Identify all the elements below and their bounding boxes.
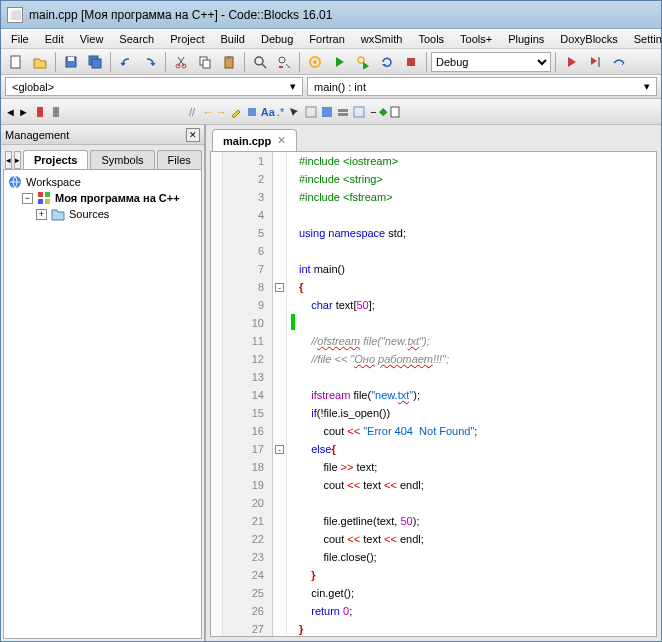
- rebuild-button[interactable]: [376, 51, 398, 73]
- open-button[interactable]: [29, 51, 51, 73]
- regex-button[interactable]: .*: [277, 106, 284, 118]
- doc-button[interactable]: [389, 105, 401, 119]
- chevron-down-icon: ▾: [290, 80, 296, 93]
- menu-doxyblocks[interactable]: DoxyBlocks: [552, 31, 625, 47]
- undo-button[interactable]: [115, 51, 137, 73]
- bookmark-button[interactable]: [33, 105, 47, 119]
- tab-projects[interactable]: Projects: [23, 150, 88, 169]
- menu-edit[interactable]: Edit: [37, 31, 72, 47]
- menu-file[interactable]: File: [3, 31, 37, 47]
- menu-tools[interactable]: Tools: [410, 31, 452, 47]
- menu-project[interactable]: Project: [162, 31, 212, 47]
- svg-rect-31: [45, 192, 50, 197]
- case-toggle-button[interactable]: Aa: [261, 106, 275, 118]
- replace-button[interactable]: [273, 51, 295, 73]
- code-editor[interactable]: 1234567891011121314151617181920212223242…: [210, 151, 657, 637]
- collapse-icon[interactable]: −: [22, 193, 33, 204]
- project-icon: [37, 191, 51, 205]
- minus-button[interactable]: −: [370, 106, 376, 118]
- editor-tab-close[interactable]: ✕: [277, 134, 286, 147]
- menu-plugins[interactable]: Plugins: [500, 31, 552, 47]
- menu-settin[interactable]: Settin: [626, 31, 662, 47]
- pointer-button[interactable]: [288, 106, 300, 118]
- build-run-button[interactable]: [352, 51, 374, 73]
- menu-view[interactable]: View: [72, 31, 112, 47]
- management-panel: Management ✕ ◂ ▸ Projects Symbols Files …: [1, 125, 206, 641]
- svg-rect-32: [38, 199, 43, 204]
- management-close-button[interactable]: ✕: [186, 128, 200, 142]
- toolbar-scope: <global> ▾ main() : int ▾: [1, 75, 661, 99]
- tab-nav-left[interactable]: ◂: [5, 151, 12, 169]
- management-tabs: ◂ ▸ Projects Symbols Files: [1, 145, 204, 169]
- tab-nav-right[interactable]: ▸: [14, 151, 21, 169]
- nav-prev-button[interactable]: ←: [203, 106, 214, 118]
- tree-workspace[interactable]: Workspace: [8, 174, 197, 190]
- sources-label: Sources: [69, 208, 109, 220]
- folder-icon: [51, 207, 65, 221]
- source-text[interactable]: #include <iostream>#include <string>#inc…: [287, 152, 656, 636]
- menu-tools+[interactable]: Tools+: [452, 31, 500, 47]
- scope-function-combo[interactable]: main() : int ▾: [307, 77, 657, 96]
- fold-toggle[interactable]: -: [275, 445, 284, 454]
- tree-sources[interactable]: + Sources: [8, 206, 197, 222]
- scope-global-combo[interactable]: <global> ▾: [5, 77, 303, 96]
- block2-button[interactable]: [320, 105, 334, 119]
- svg-rect-23: [306, 107, 316, 117]
- svg-rect-10: [227, 56, 231, 59]
- run-button[interactable]: [328, 51, 350, 73]
- bookmark-clear-button[interactable]: [49, 105, 63, 119]
- nav-back-button[interactable]: ◄: [5, 106, 16, 118]
- menu-debug[interactable]: Debug: [253, 31, 301, 47]
- block3-button[interactable]: [336, 105, 350, 119]
- svg-rect-24: [322, 107, 332, 117]
- nav-next-button[interactable]: →: [216, 106, 227, 118]
- save-button[interactable]: [60, 51, 82, 73]
- step-over-button[interactable]: [608, 51, 630, 73]
- project-tree[interactable]: Workspace − Моя программа на C++ + Sourc…: [3, 169, 202, 639]
- paste-button[interactable]: [218, 51, 240, 73]
- cut-button[interactable]: [170, 51, 192, 73]
- tab-symbols[interactable]: Symbols: [90, 150, 154, 169]
- menu-build[interactable]: Build: [212, 31, 252, 47]
- editor-tab-label: main.cpp: [223, 135, 271, 147]
- line-number-gutter: 1234567891011121314151617181920212223242…: [223, 152, 273, 636]
- save-all-button[interactable]: [84, 51, 106, 73]
- tree-project[interactable]: − Моя программа на C++: [8, 190, 197, 206]
- svg-rect-19: [37, 107, 43, 117]
- run-cursor-button[interactable]: [584, 51, 606, 73]
- fold-gutter: --: [273, 152, 287, 636]
- menu-fortran[interactable]: Fortran: [301, 31, 352, 47]
- debug-run-button[interactable]: [560, 51, 582, 73]
- highlight-button[interactable]: [229, 105, 243, 119]
- scope-function-label: main() : int: [314, 81, 366, 93]
- select-button[interactable]: [245, 105, 259, 119]
- tab-files[interactable]: Files: [157, 150, 202, 169]
- svg-point-11: [255, 57, 263, 65]
- fold-toggle[interactable]: -: [275, 283, 284, 292]
- new-file-button[interactable]: [5, 51, 27, 73]
- block4-button[interactable]: [352, 105, 366, 119]
- redo-button[interactable]: [139, 51, 161, 73]
- find-button[interactable]: [249, 51, 271, 73]
- expand-icon[interactable]: +: [36, 209, 47, 220]
- svg-line-12: [262, 64, 266, 68]
- diamond-button[interactable]: ◆: [379, 105, 387, 118]
- build-target-select[interactable]: Debug: [431, 52, 551, 72]
- build-button[interactable]: [304, 51, 326, 73]
- copy-button[interactable]: [194, 51, 216, 73]
- block1-button[interactable]: [304, 105, 318, 119]
- abort-button[interactable]: [400, 51, 422, 73]
- menubar: FileEditViewSearchProjectBuildDebugFortr…: [1, 29, 661, 49]
- menu-search[interactable]: Search: [111, 31, 162, 47]
- editor-tab-main[interactable]: main.cpp ✕: [212, 129, 297, 151]
- management-header: Management ✕: [1, 125, 204, 145]
- toggle-comment-button[interactable]: //: [189, 106, 201, 118]
- svg-rect-33: [45, 199, 50, 204]
- nav-fwd-button[interactable]: ►: [18, 106, 29, 118]
- chevron-down-icon: ▾: [644, 80, 650, 93]
- svg-rect-17: [407, 58, 415, 66]
- menu-wxsmith[interactable]: wxSmith: [353, 31, 411, 47]
- main-area: Management ✕ ◂ ▸ Projects Symbols Files …: [1, 125, 661, 641]
- change-marks-gutter: [211, 152, 223, 636]
- svg-rect-28: [391, 107, 399, 117]
